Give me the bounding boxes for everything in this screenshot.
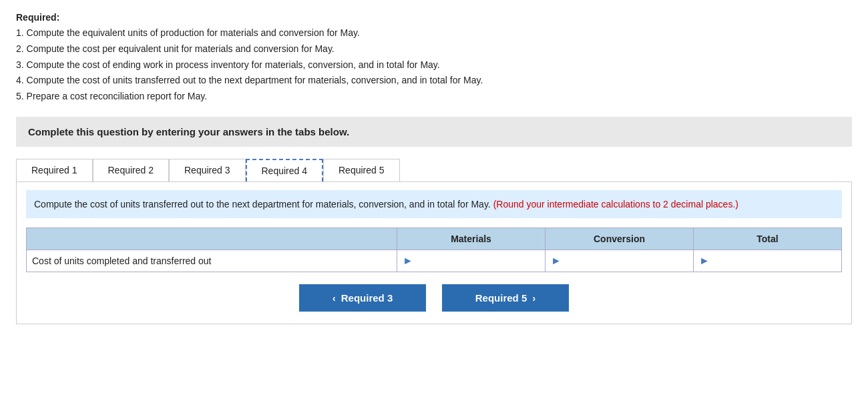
nav-buttons: ‹ Required 3 Required 5 › (26, 284, 842, 312)
tab-required-3[interactable]: Required 3 (169, 159, 246, 181)
conversion-input[interactable] (564, 254, 688, 268)
conversion-cell: ► (545, 250, 693, 272)
prev-button[interactable]: ‹ Required 3 (299, 284, 426, 312)
prev-arrow-icon: ‹ (333, 292, 336, 304)
tab-required-5[interactable]: Required 5 (323, 159, 400, 181)
col-header-label (27, 228, 397, 250)
next-arrow-icon: › (532, 292, 535, 304)
materials-input[interactable] (416, 254, 539, 268)
table-row: Cost of units completed and transferred … (27, 250, 842, 272)
conversion-arrow-icon: ► (551, 256, 562, 266)
required-item-3: 3. Compute the cost of ending work in pr… (16, 57, 852, 73)
required-item-4: 4. Compute the cost of units transferred… (16, 73, 852, 89)
row-label: Cost of units completed and transferred … (27, 250, 397, 272)
cost-table: Materials Conversion Total Cost of units… (26, 228, 842, 272)
required-item-2: 2. Compute the cost per equivalent unit … (16, 41, 852, 57)
total-input[interactable] (712, 254, 836, 268)
prev-button-label: Required 3 (341, 292, 393, 304)
instruction-box-text: Complete this question by entering your … (28, 126, 349, 137)
next-button[interactable]: Required 5 › (442, 284, 569, 312)
next-button-label: Required 5 (475, 292, 527, 304)
tab-required-1[interactable]: Required 1 (16, 159, 93, 181)
col-header-materials: Materials (397, 228, 546, 250)
content-area: Compute the cost of units transferred ou… (16, 182, 852, 324)
tab-required-2[interactable]: Required 2 (93, 159, 170, 181)
required-item-1: 1. Compute the equivalent units of produ… (16, 25, 852, 41)
required-item-5: 5. Prepare a cost reconciliation report … (16, 89, 852, 105)
tab-required-4[interactable]: Required 4 (246, 159, 324, 181)
col-header-conversion: Conversion (545, 228, 693, 250)
total-arrow-icon: ► (699, 256, 710, 266)
materials-cell: ► (397, 250, 546, 272)
required-header: Required: (16, 12, 852, 23)
tabs-container: Required 1 Required 2 Required 3 Require… (16, 159, 852, 182)
total-cell: ► (693, 250, 841, 272)
required-list: 1. Compute the equivalent units of produ… (16, 25, 852, 105)
materials-arrow-icon: ► (403, 256, 413, 266)
content-instruction-red: (Round your intermediate calculations to… (493, 199, 738, 210)
col-header-total: Total (693, 228, 841, 250)
content-instruction-main: Compute the cost of units transferred ou… (34, 199, 491, 210)
content-instruction: Compute the cost of units transferred ou… (26, 190, 842, 218)
instruction-box: Complete this question by entering your … (16, 117, 852, 147)
